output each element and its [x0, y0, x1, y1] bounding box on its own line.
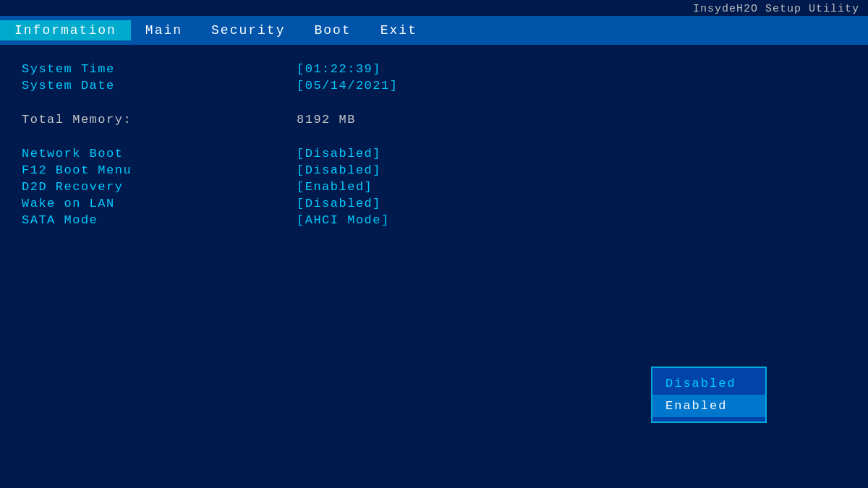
dropdown-item-disabled[interactable]: Disabled	[652, 372, 765, 395]
dropdown-popup: Disabled Enabled	[651, 367, 767, 423]
d2d-recovery-label: D2D Recovery	[22, 180, 297, 194]
menu-item-information[interactable]: Information	[0, 20, 131, 40]
total-memory-label: Total Memory:	[22, 113, 297, 127]
network-boot-row[interactable]: Network Boot [Disabled]	[22, 147, 846, 160]
menu-item-exit[interactable]: Exit	[366, 20, 432, 40]
wake-on-lan-row[interactable]: Wake on LAN [Disabled]	[22, 197, 846, 210]
menu-item-main[interactable]: Main	[131, 20, 197, 40]
system-date-value: [05/14/2021]	[297, 79, 398, 93]
menu-bar: Information Main Security Boot Exit	[0, 16, 868, 45]
system-date-row: System Date [05/14/2021]	[22, 79, 846, 93]
d2d-recovery-value: [Enabled]	[297, 180, 373, 194]
sata-mode-value: [AHCI Mode]	[297, 213, 390, 227]
total-memory-value: 8192 MB	[297, 113, 356, 127]
f12-boot-value: [Disabled]	[297, 163, 381, 177]
network-boot-label: Network Boot	[22, 147, 297, 160]
wake-on-lan-value: [Disabled]	[297, 197, 381, 210]
utility-title: InsydeH2O Setup Utility	[693, 3, 859, 15]
sata-mode-label: SATA Mode	[22, 213, 297, 227]
system-time-label: System Time	[22, 62, 297, 76]
network-boot-value: [Disabled]	[297, 147, 381, 160]
system-time-value: [01:22:39]	[297, 62, 381, 76]
bios-screen: InsydeH2O Setup Utility Information Main…	[0, 0, 868, 488]
dropdown-item-enabled[interactable]: Enabled	[652, 395, 765, 417]
d2d-recovery-row[interactable]: D2D Recovery [Enabled]	[22, 180, 846, 194]
menu-item-boot[interactable]: Boot	[299, 20, 365, 40]
sata-mode-row[interactable]: SATA Mode [AHCI Mode]	[22, 213, 846, 227]
menu-item-security[interactable]: Security	[197, 20, 299, 40]
total-memory-row: Total Memory: 8192 MB	[22, 113, 846, 127]
system-date-label: System Date	[22, 79, 297, 93]
f12-boot-label: F12 Boot Menu	[22, 163, 297, 177]
f12-boot-row[interactable]: F12 Boot Menu [Disabled]	[22, 163, 846, 177]
wake-on-lan-label: Wake on LAN	[22, 197, 297, 210]
system-time-row: System Time [01:22:39]	[22, 62, 846, 76]
